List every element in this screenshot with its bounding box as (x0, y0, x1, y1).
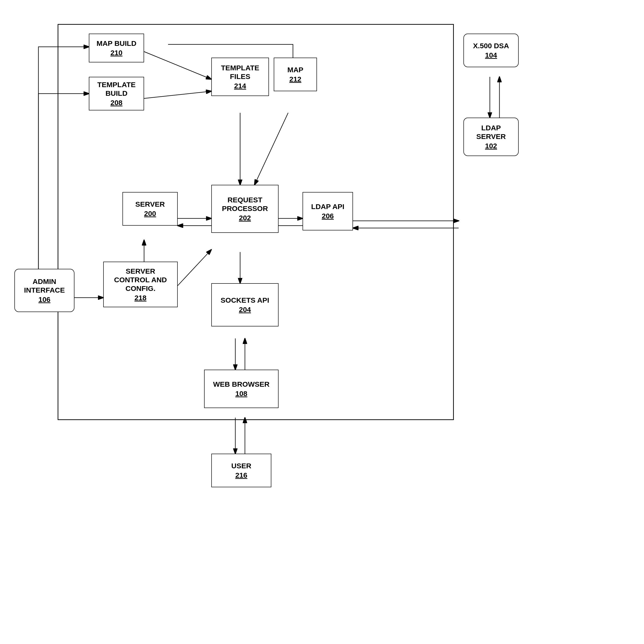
user-node: USER 216 (211, 454, 271, 487)
sockets-api-node: SOCKETS API 204 (211, 283, 278, 326)
web-browser-node: WEB BROWSER 108 (204, 370, 278, 408)
template-build-node: TEMPLATE BUILD 208 (89, 77, 144, 110)
ldap-api-node: LDAP API 206 (302, 192, 353, 230)
template-files-node: TEMPLATE FILES 214 (211, 58, 269, 96)
request-processor-node: REQUEST PROCESSOR 202 (211, 185, 278, 233)
x500-dsa-node: X.500 DSA 104 (464, 34, 519, 67)
ldap-server-node: LDAP SERVER 102 (464, 118, 519, 156)
admin-interface-node: ADMIN INTERFACE 106 (14, 269, 74, 312)
server-control-node: SERVER CONTROL AND CONFIG. 218 (103, 262, 178, 307)
map-node: MAP 212 (274, 58, 317, 91)
server-node: SERVER 200 (122, 192, 178, 226)
map-build-node: MAP BUILD 210 (89, 34, 144, 62)
diagram: MAP BUILD 210 TEMPLATE BUILD 208 TEMPLAT… (10, 10, 634, 634)
